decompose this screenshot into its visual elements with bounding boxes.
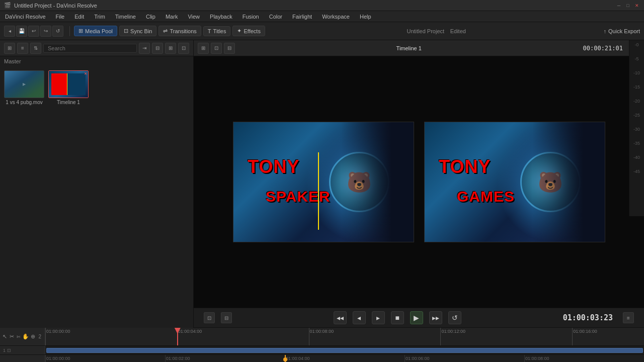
- detail-btn[interactable]: ⊞: [165, 43, 176, 54]
- left-panel-toolbar: ⊞ ≡ ⇅ ⇥ ⊟ ⊞ ⊡: [0, 40, 193, 56]
- tool-razor[interactable]: ✄: [16, 332, 21, 341]
- redo-btn[interactable]: ↪: [40, 26, 51, 37]
- menu-fairlight[interactable]: Fairlight: [290, 13, 314, 21]
- sync-bin-label: Sync Bin: [130, 28, 152, 34]
- small-toolbar-icons: ◂ 💾 ↩ ↪ ↺: [4, 26, 63, 37]
- media-item-timeline[interactable]: ✕ Timeline 1: [48, 70, 89, 105]
- effects-icon: ✦: [237, 28, 242, 34]
- media-pool-label: Media Pool: [85, 28, 113, 34]
- menu-edit[interactable]: Edit: [72, 13, 86, 21]
- sync-bin-icon: ⊡: [124, 28, 128, 34]
- export-icon: ↑: [604, 28, 607, 34]
- viewer-flag-btn[interactable]: ⊟: [224, 43, 235, 54]
- overview-bar-container: [45, 346, 644, 354]
- menu-workspace[interactable]: Workspace: [320, 13, 352, 21]
- viewer-mode-btn[interactable]: ⊡: [211, 43, 222, 54]
- tool-cut[interactable]: ✂: [9, 332, 14, 341]
- menu-help[interactable]: Help: [358, 13, 373, 21]
- view-options-btn[interactable]: ⊟: [152, 43, 163, 54]
- timeline-ruler: 01:00:00:00 01:00:04:00 01:00:08:00 01:0…: [45, 328, 644, 345]
- grid-view-btn[interactable]: ⊞: [4, 43, 15, 54]
- left-panel: ⊞ ≡ ⇅ ⇥ ⊟ ⊞ ⊡ Master ▶ 1 vs 4 pubg.mov: [0, 40, 194, 328]
- menu-clip[interactable]: Clip: [144, 13, 157, 21]
- timeline-label: Timeline 1: [237, 45, 581, 51]
- preview-toolbar: ⊞ ⊡ ⊟ Timeline 1 00:00:21:01 🔊: [194, 40, 644, 56]
- quick-export-label: Quick Export: [608, 28, 640, 34]
- s-playhead-dot: [283, 357, 287, 361]
- media-thumb-1: ▶: [4, 70, 44, 98]
- menu-view[interactable]: View: [186, 13, 202, 21]
- media-pool-icon: ⊞: [78, 28, 83, 34]
- ruler-mark-1: 01:00:00:00: [45, 328, 46, 345]
- next-frame-nav[interactable]: ▸▸: [429, 311, 442, 324]
- ruler-mark-4: 01:00:12:00: [440, 328, 441, 345]
- tools-toggle[interactable]: ⊡: [204, 312, 215, 323]
- arrow-btn[interactable]: ◂: [4, 26, 15, 37]
- transport-timecode: 01:00:03:23: [563, 313, 613, 322]
- filter-btn[interactable]: ⇥: [139, 43, 150, 54]
- main-toolbar: ◂ 💾 ↩ ↪ ↺ ⊞ Media Pool ⊡ Sync Bin ⇌ Tran…: [0, 22, 644, 40]
- overview-icon: ⊡: [7, 348, 11, 353]
- right-preview-text2: GAMES: [457, 188, 515, 205]
- menu-file[interactable]: File: [54, 13, 67, 21]
- play-btn[interactable]: ▶: [410, 311, 423, 324]
- nav-next-btn[interactable]: ▸: [372, 311, 385, 324]
- center-panel: ⊞ ⊡ ⊟ Timeline 1 00:00:21:01 🔊 🐻: [194, 40, 644, 328]
- track-num-display: 2: [37, 332, 43, 341]
- sync-bin-btn[interactable]: ⊡ Sync Bin: [119, 26, 156, 36]
- menu-playback[interactable]: Playback: [208, 13, 234, 21]
- right-scale: -0 -5 -10 -15 -20 -25 -30 -35 -40 -45: [629, 40, 644, 216]
- transport-bar: ⊡ ⊟ ◂◂ ◂ ▸ ■ ▶ ▸▸ ↺ 01:00:03:23 ≡: [194, 308, 644, 328]
- menu-trim[interactable]: Trim: [92, 13, 107, 21]
- s-mark-5: 01:00:08:00: [524, 355, 525, 362]
- media-pool-btn[interactable]: ⊞ Media Pool: [74, 26, 117, 36]
- menu-timeline[interactable]: Timeline: [113, 13, 138, 21]
- transitions-label: Transitions: [170, 28, 196, 34]
- menu-color[interactable]: Color: [267, 13, 284, 21]
- window-title: Untitled Project - DaVinci Resolve: [14, 3, 616, 9]
- save-btn[interactable]: 💾: [16, 26, 27, 37]
- overview-bar[interactable]: [46, 348, 643, 353]
- toolbar-sep-1: [69, 26, 70, 36]
- minimize-btn[interactable]: ─: [616, 3, 622, 9]
- menu-davinci[interactable]: DaVinci Resolve: [3, 13, 48, 21]
- close-btn[interactable]: ✕: [634, 3, 640, 9]
- align-btn[interactable]: ⊟: [221, 312, 232, 323]
- transitions-btn[interactable]: ⇌ Transitions: [158, 26, 201, 36]
- menubar: DaVinci Resolve File Edit Trim Timeline …: [0, 11, 644, 22]
- quick-export-btn[interactable]: ↑ Quick Export: [604, 28, 640, 34]
- ruler-mark-5: 01:00:16:00: [572, 328, 573, 345]
- s-mark-4: 01:00:06:00: [405, 355, 405, 362]
- sort-btn[interactable]: ⇅: [30, 43, 41, 54]
- titles-label: Titles: [213, 28, 226, 34]
- second-ruler-content: 01:00:00:00 01:00:02:00 01:00:04:00 01:0…: [45, 355, 644, 362]
- prev-frame-nav[interactable]: ◂◂: [334, 311, 347, 324]
- zoom-btn[interactable]: ⊡: [178, 43, 189, 54]
- effects-btn[interactable]: ✦ Effects: [232, 26, 265, 36]
- tool-select[interactable]: ↖: [2, 332, 8, 341]
- undo-btn[interactable]: ↩: [28, 26, 39, 37]
- menu-mark[interactable]: Mark: [164, 13, 180, 21]
- loop-btn[interactable]: ↺: [448, 311, 461, 324]
- media-item[interactable]: ▶ 1 vs 4 pubg.mov: [4, 70, 44, 105]
- options-btn[interactable]: ≡: [623, 312, 634, 323]
- maximize-btn[interactable]: □: [625, 3, 631, 9]
- viewer-options-btn[interactable]: ⊞: [198, 43, 209, 54]
- s-mark-2: 01:00:02:00: [165, 355, 166, 362]
- search-input[interactable]: [43, 44, 137, 53]
- timecode-display: 00:00:21:01: [583, 45, 623, 52]
- list-view-btn[interactable]: ≡: [17, 43, 28, 54]
- nav-prev-btn[interactable]: ◂: [353, 311, 366, 324]
- stop-btn[interactable]: ■: [391, 311, 404, 324]
- second-ruler-gutter: [0, 355, 45, 362]
- menu-fusion[interactable]: Fusion: [240, 13, 261, 21]
- tool-hand[interactable]: ✋: [22, 332, 29, 341]
- app-icon: 🎬: [4, 2, 11, 9]
- media-thumb-2: ✕: [48, 70, 89, 98]
- refresh-btn[interactable]: ↺: [52, 26, 63, 37]
- preview-cursor: [318, 152, 319, 230]
- titles-btn[interactable]: T Titles: [203, 26, 231, 36]
- media-item-label-1: 1 vs 4 pubg.mov: [4, 100, 44, 105]
- left-preview-dark: [341, 122, 413, 242]
- tool-zoom[interactable]: ⊕: [30, 332, 36, 341]
